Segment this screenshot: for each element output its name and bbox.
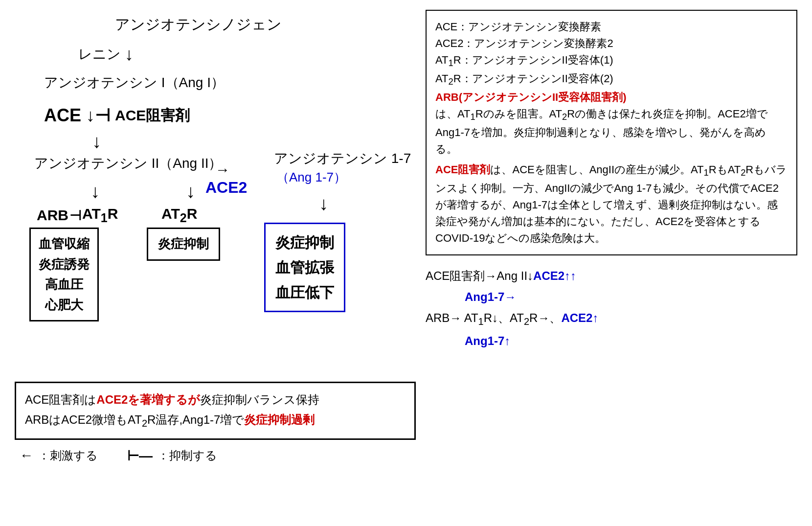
stimulate-label: ：刺激する <box>38 448 98 463</box>
renin-row: レニン ↓ <box>78 45 134 64</box>
ang2-label: アンジオテンシン II（Ang II） <box>34 154 223 173</box>
angiotensinogen-label: アンジオテンシノジェン <box>115 15 282 35</box>
arb-inhibit-arrow: ⊣ <box>69 207 81 224</box>
main-container: アンジオテンシノジェン レニン ↓ アンジオテンシン I（Ang I） ACE … <box>0 0 812 526</box>
ace-inhibitor-label: ACE阻害剤 <box>115 106 190 126</box>
ace-row: ACE ↓⊣ ACE阻害剤 <box>44 105 190 126</box>
br-line3: ARB→ AT1R↓、AT2R→、ACE2↑ <box>426 307 797 330</box>
at1r-effect-line2: 炎症誘発 <box>39 254 90 275</box>
bottom-left-section: ACE阻害剤はACE2を著増するが炎症抑制バランス保持 ARBはACE2微増もA… <box>15 382 416 464</box>
exp-line2: ACE2：アンジオテンシン変換酵素2 <box>435 35 788 52</box>
ace2-label: ACE2 <box>205 179 247 197</box>
diagram-area: アンジオテンシノジェン レニン ↓ アンジオテンシン I（Ang I） ACE … <box>15 10 416 377</box>
right-panel: ACE：アンジオテンシン変換酵素 ACE2：アンジオテンシン変換酵素2 AT1R… <box>416 10 797 516</box>
legend-inhibit: ⊢— ：抑制する <box>127 448 217 464</box>
at2r-box: 炎症抑制 <box>147 228 220 261</box>
exp-line6: は、AT1Rのみを阻害。AT2Rの働きは保たれ炎症を抑制。ACE2増でAng1-… <box>435 106 788 158</box>
ang2-right-arrow: → <box>215 161 230 178</box>
exp-line5: ARB(アンジオテンシンII受容体阻害剤) <box>435 89 788 106</box>
ace-down-arrow: ↓ <box>92 131 101 152</box>
ang1-label: アンジオテンシン I（Ang I） <box>44 73 225 92</box>
ang17-down-arrow: ↓ <box>319 193 328 214</box>
br-line1-blue: ACE2↑↑ <box>533 269 576 282</box>
bottom-summary-box: ACE阻害剤はACE2を著増するが炎症抑制バランス保持 ARBはACE2微増もA… <box>15 382 416 440</box>
ang17-box: 炎症抑制 血管拡張 血圧低下 <box>264 223 345 312</box>
at1r-effect-line1: 血管収縮 <box>39 234 90 254</box>
exp-line7: ACE阻害剤は、ACEを阻害し、AngIIの産生が減少。AT1RもAT2Rもバラ… <box>435 161 788 247</box>
ang17-effect-line3: 血圧低下 <box>275 280 334 305</box>
exp-line4: AT2R：アンジオテンシンII受容体(2) <box>435 70 788 89</box>
br-line2: Ang1-7→ <box>426 286 797 307</box>
renin-arrow: ↓ <box>125 46 134 63</box>
br-line1-prefix: ACE阻害剤→Ang II↓ <box>426 269 533 282</box>
at1r-label-inline: AT1R <box>82 206 118 225</box>
summary-line2: ARBはACE2微増もAT2R温存,Ang1-7増で炎症抑制過剰 <box>25 410 406 432</box>
ang17-sub-label: （Ang 1-7） <box>276 169 346 186</box>
inhibit-label: ：抑制する <box>158 448 217 463</box>
at2r-down-arrow: ↓ <box>186 181 195 202</box>
summary-line2-prefix: ARBはACE2微増もAT2R温存,Ang1-7増で <box>25 413 244 426</box>
renin-label: レニン <box>78 45 121 64</box>
left-panel: アンジオテンシノジェン レニン ↓ アンジオテンシン I（Ang I） ACE … <box>15 10 416 516</box>
at2r-label: AT2R <box>161 206 197 225</box>
br-line4: Ang1-7↑ <box>426 330 797 351</box>
explanation-box: ACE：アンジオテンシン変換酵素 ACE2：アンジオテンシン変換酵素2 AT1R… <box>426 10 797 255</box>
exp-line3: AT1R：アンジオテンシンII受容体(1) <box>435 52 788 70</box>
arb-at1r-row: ARB ⊣ AT1R <box>37 206 118 225</box>
summary-line1: ACE阻害剤はACE2を著増するが炎症抑制バランス保持 <box>25 390 406 410</box>
summary-line1-suffix: 炎症抑制バランス保持 <box>200 393 319 406</box>
inhibit-symbol: ↓⊣ <box>86 105 110 126</box>
br-line4-blue: Ang1-7↑ <box>465 334 510 347</box>
exp-line1: ACE：アンジオテンシン変換酵素 <box>435 19 788 35</box>
at2r-effect: 炎症抑制 <box>158 234 209 254</box>
summary-line1-red: ACE2を著増するが <box>96 393 200 406</box>
arb-label: ARB <box>37 207 68 224</box>
summary-line1-prefix: ACE阻害剤は <box>25 393 96 406</box>
stimulate-arrow-icon: ← <box>20 448 33 463</box>
bottom-right-text: ACE阻害剤→Ang II↓ACE2↑↑ Ang1-7→ ARB→ AT1R↓、… <box>426 265 797 351</box>
ang17-label: アンジオテンシン 1-7 <box>274 149 411 168</box>
summary-line2-red: 炎症抑制過剰 <box>244 413 315 426</box>
ang17-effect-line2: 血管拡張 <box>275 255 334 280</box>
br-line3-prefix: ARB→ AT1R↓、AT2R→、 <box>426 311 561 324</box>
at1r-box: 血管収縮 炎症誘発 高血圧 心肥大 <box>29 228 99 321</box>
at1r-effect-line4: 心肥大 <box>39 295 90 316</box>
ang17-effect-line1: 炎症抑制 <box>275 230 334 255</box>
ang2-down-arrow: ↓ <box>90 181 100 202</box>
br-line1: ACE阻害剤→Ang II↓ACE2↑↑ <box>426 265 797 286</box>
br-line2-blue: Ang1-7→ <box>465 290 516 303</box>
inhibit-symbol-icon: ⊢— <box>127 448 153 464</box>
br-line3-blue: ACE2↑ <box>561 311 598 324</box>
ace-label: ACE <box>44 105 81 126</box>
legend-stimulate: ← ：刺激する <box>20 448 98 463</box>
legend-row: ← ：刺激する ⊢— ：抑制する <box>15 448 416 464</box>
at1r-effect-line3: 高血圧 <box>39 274 90 295</box>
